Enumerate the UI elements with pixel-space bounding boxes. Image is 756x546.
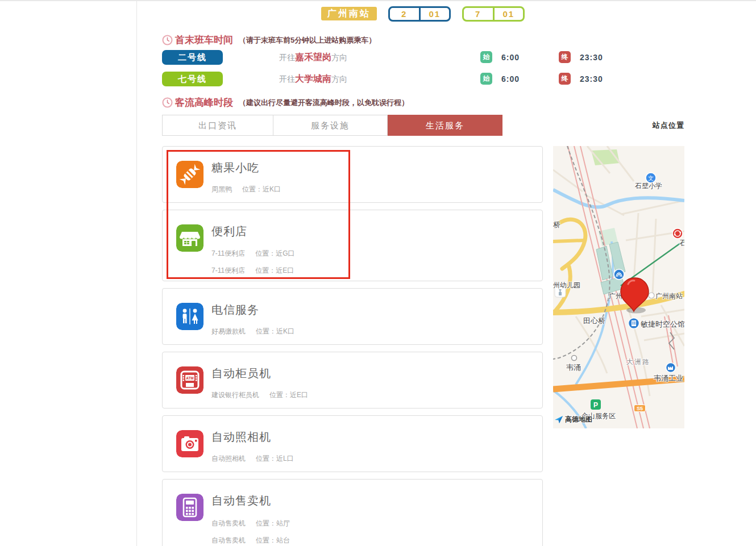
map-label-dazhou-road: 大洲路 (626, 357, 650, 367)
service-detail: 7-11便利店位置：近E口 (211, 266, 294, 276)
service-title: 自动照相机 (211, 430, 271, 445)
vendor-name: 自动售卖机 (211, 536, 246, 544)
line-number: 2 (390, 8, 419, 20)
highway-badge: S5 (634, 405, 646, 412)
map-label-qiao: 桥 (553, 220, 560, 230)
metro-transfer-icon (672, 228, 683, 239)
vendor-location: 位置：近E口 (269, 391, 308, 399)
start-badge: 始 (480, 73, 492, 85)
weiyong-dot-icon (572, 356, 577, 361)
direction-destination: 大学城南 (295, 74, 331, 84)
start-time: 6:00 (501, 72, 541, 86)
end-time: 23:30 (580, 72, 620, 86)
map-label-tianxinqiao: 田心桥 (583, 316, 605, 326)
store-icon (176, 224, 203, 252)
service-detail: 好易缴款机位置：近K口 (211, 327, 294, 336)
start-badge: 始 (480, 51, 492, 63)
line2-name-badge[interactable]: 二号线 (162, 50, 223, 65)
service-title: 自动柜员机 (211, 366, 271, 381)
section-note: （请于末班车前5分钟以上进站购票乘车） (239, 34, 376, 45)
vendor-name: 好易缴款机 (211, 327, 246, 335)
vendor-location: 位置：近K口 (242, 185, 281, 193)
service-card-atm: ATM 自动柜员机 建设银行柜员机位置：近E口 (162, 352, 543, 409)
service-detail: 7-11便利店位置：近G口 (211, 249, 294, 259)
direction-suffix: 方向 (331, 53, 347, 62)
vendor-name: 7-11便利店 (211, 249, 245, 257)
direction-destination: 嘉禾望岗 (295, 52, 331, 62)
service-detail: 自动售卖机位置：站台 (211, 536, 290, 545)
restroom-icon (176, 303, 203, 330)
service-title: 电信服务 (211, 302, 259, 318)
section-title: 首末班车时间 (175, 34, 233, 47)
svg-text:ATM: ATM (186, 376, 194, 380)
end-badge: 终 (559, 51, 571, 63)
line2-exit-badge[interactable]: 2 01 (388, 6, 451, 22)
vendor-location: 位置：近E口 (255, 266, 294, 274)
amap-logo-text: 高德地图 (565, 415, 592, 424)
left-divider (136, 1, 137, 546)
parking-icon: P (591, 399, 601, 410)
service-card-telecom: 电信服务 好易缴款机位置：近K口 (162, 288, 543, 345)
service-card-vending: 自动售卖机 自动售卖机位置：站厅 自动售卖机位置：站台 (162, 479, 543, 546)
service-card-candy: 糖果小吃 周黑鸭位置：近K口 (162, 146, 543, 203)
map-label-gzn-station: 广州南站 (655, 291, 683, 301)
service-title: 便利店 (211, 224, 247, 239)
direction-prefix: 开往 (279, 53, 295, 62)
line2-direction: 开往嘉禾望岗方向 (242, 50, 384, 65)
map-label-gzn: 广州南 (609, 291, 629, 301)
tab-bar: 出口资讯 服务设施 生活服务 (162, 115, 502, 136)
line-number: 7 (464, 8, 493, 20)
service-title: 自动售卖机 (211, 493, 271, 509)
map-label-shibi: 石壁 (679, 238, 684, 248)
station-detail-page: 广州南站 2 01 7 01 首末班车时间 （请于末班车前5分钟以上进站购票乘车… (0, 0, 756, 546)
end-badge: 终 (559, 73, 571, 85)
service-detail: 周黑鸭位置：近K口 (211, 185, 281, 194)
service-detail: 自动照相机位置：近L口 (211, 454, 294, 464)
line7-direction: 开往大学城南方向 (242, 72, 384, 86)
vendor-location: 位置：近G口 (255, 249, 294, 257)
map-label-school: 石壁小学 (635, 181, 662, 191)
station-dot-icon (649, 293, 654, 298)
service-card-convenience: 便利店 7-11便利店位置：近G口 7-11便利店位置：近E口 (162, 210, 543, 281)
end-time: 23:30 (580, 50, 620, 65)
map-label-minjie: 敏捷时空公馆 (641, 319, 684, 330)
tab-life-services[interactable]: 生活服务 (388, 115, 502, 136)
service-card-photobooth: 自动照相机 自动照相机位置：近L口 (162, 415, 543, 472)
vendor-location: 位置：近K口 (256, 327, 294, 335)
direction-suffix: 方向 (331, 74, 347, 84)
amap-logo-icon (554, 415, 564, 424)
line7-exit-badge[interactable]: 7 01 (462, 6, 525, 22)
vendor-name: 建设银行柜员机 (211, 391, 259, 399)
map-label-weiyong-industrial: 韦涌工业 (654, 373, 683, 384)
svg-text:文: 文 (648, 175, 654, 181)
camera-icon (176, 430, 203, 457)
direction-prefix: 开往 (279, 74, 295, 84)
tab-exit-info[interactable]: 出口资讯 (162, 115, 273, 136)
factory-icon (666, 363, 676, 373)
tab-facilities[interactable]: 服务设施 (273, 115, 388, 136)
clock-icon (162, 35, 173, 45)
service-title: 糖果小吃 (211, 160, 259, 176)
vending-icon (176, 494, 203, 521)
atm-icon: ATM (176, 366, 203, 394)
vendor-location: 位置：站厅 (256, 519, 290, 527)
exit-number: 01 (419, 8, 450, 20)
clock-icon (162, 97, 173, 108)
metro-station-icon (614, 269, 624, 280)
svg-text:P: P (593, 401, 598, 409)
peak-hours-header: 客流高峰时段 （建议出行尽量避开客流高峰时段，以免耽误行程） (162, 96, 409, 109)
station-name-badge: 广州南站 (321, 7, 377, 20)
vendor-location: 位置：近L口 (256, 455, 294, 462)
vendor-name: 周黑鸭 (211, 185, 232, 193)
map-label-weiyong: 韦涌 (566, 362, 581, 373)
first-last-train-header: 首末班车时间 （请于末班车前5分钟以上进站购票乘车） (162, 34, 376, 46)
line7-name-badge[interactable]: 七号线 (162, 72, 223, 86)
vendor-location: 位置：站台 (256, 536, 290, 544)
amap-attribution: 高德地图 (554, 415, 592, 424)
vendor-name: 自动售卖机 (211, 519, 246, 527)
station-map[interactable]: 文 P (553, 146, 684, 428)
exit-number: 01 (493, 8, 524, 20)
service-detail: 自动售卖机位置：站厅 (211, 519, 290, 528)
vendor-name: 自动照相机 (211, 455, 246, 462)
station-position-link[interactable]: 站点位置 (644, 120, 684, 131)
